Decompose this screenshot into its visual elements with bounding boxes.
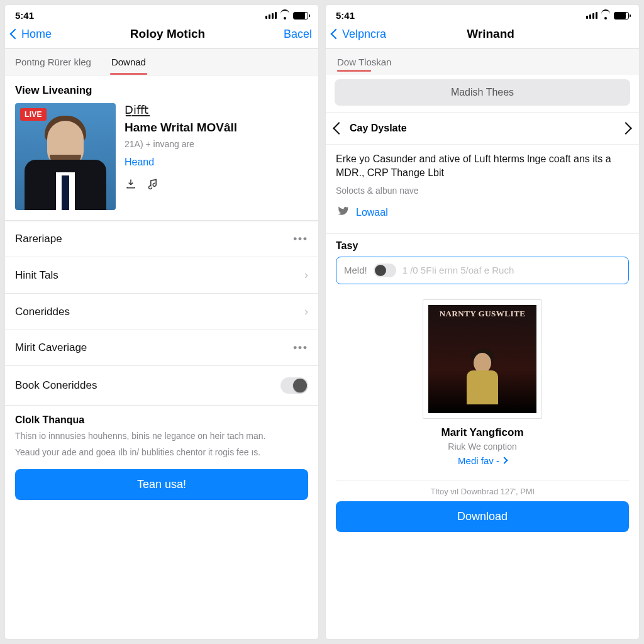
pager-label: Cay Dyslate <box>350 123 407 134</box>
divider <box>336 480 629 480</box>
album-name: Marit Yangficom <box>441 426 524 439</box>
field-label: Tasy <box>326 234 639 257</box>
card-name: Hame Writal MOVâll <box>125 121 308 135</box>
share-row[interactable]: Lowaal <box>336 204 629 221</box>
article-body: Erke yo Casunder and ative of Luft hterm… <box>336 152 629 180</box>
status-icons <box>586 12 629 19</box>
download-note: Tltoy vıl Downbrad 127', PMl <box>326 487 639 496</box>
signal-icon <box>586 12 597 19</box>
primary-button[interactable]: Tean usa! <box>15 469 308 500</box>
tab-ponting[interactable]: Pontng Rürer kleg <box>5 49 101 75</box>
toggle[interactable] <box>280 377 308 394</box>
wifi-icon <box>601 12 611 19</box>
row-coneriddes[interactable]: Coneriddes › <box>5 294 318 330</box>
section-header: View Liveaning <box>5 75 318 103</box>
back-label: Velpncra <box>342 28 386 41</box>
row-mirit-caveriage[interactable]: Mirit Caveriage ••• <box>5 330 318 366</box>
back-button[interactable]: Home <box>11 28 52 41</box>
twitter-icon <box>336 204 350 221</box>
album-sub: Riuk We conption <box>448 441 516 452</box>
row-rareriape[interactable]: Rareriape ••• <box>5 221 318 257</box>
nav-right-button[interactable]: Bacel <box>284 28 312 41</box>
card-link[interactable]: Heand <box>125 157 308 168</box>
arrow-right-icon[interactable] <box>619 122 632 135</box>
pager: Cay Dyslate <box>326 112 639 145</box>
cover-title: NARNTY GUSWLITE <box>440 309 526 319</box>
status-icons <box>265 12 308 19</box>
tab-download[interactable]: Downad <box>101 49 156 75</box>
footer-block: Clolk Thanqua Thisn io innnusies houhenn… <box>5 406 318 469</box>
cover-person <box>460 353 504 404</box>
live-card[interactable]: LIVE D̲i̲f̲f̲t̲ Hame Writal MOVâll 21A) … <box>5 103 318 221</box>
article-block: Erke yo Casunder and ative of Luft hterm… <box>326 145 639 234</box>
tab-bar: Dow Tloskan <box>326 49 639 75</box>
chevron-right-icon: › <box>304 269 308 282</box>
chevron-right-icon <box>501 457 508 464</box>
input-field[interactable]: Meld! 1 /0 5FIi ernn 5/oaf e Ruch <box>336 257 629 284</box>
row-label: Hinit Tals <box>15 269 58 282</box>
more-icon[interactable]: ••• <box>293 233 308 245</box>
footer-title: Clolk Thanqua <box>15 414 308 426</box>
row-label: Book Coneriddes <box>15 379 97 392</box>
row-label: Mirit Caveriage <box>15 341 87 354</box>
card-sub: 21A) + invang are <box>125 139 308 149</box>
phone-left: 5:41 Home Roloy Motich Bacel Pontng Rüre… <box>5 5 318 639</box>
tab-indicator <box>337 70 371 72</box>
chevron-right-icon: › <box>304 305 308 318</box>
row-book-coneriddes: Book Coneriddes <box>5 366 318 406</box>
footer-desc-1: Thisn io innnusies houhenns, binis ne le… <box>15 430 308 442</box>
nav-bar: Velpncra Wrinand <box>326 23 639 49</box>
person-illustration <box>21 109 109 210</box>
download-button[interactable]: Download <box>336 501 629 532</box>
page-title: Wrinand <box>467 27 514 41</box>
back-button[interactable]: Velpncra <box>332 28 386 41</box>
music-note-icon[interactable] <box>147 178 160 193</box>
status-bar: 5:41 <box>326 5 639 23</box>
row-label: Coneriddes <box>15 306 70 318</box>
arrow-left-icon <box>333 122 345 135</box>
back-label: Home <box>21 28 52 41</box>
card-eyebrow: D̲i̲f̲f̲t̲ <box>125 103 308 117</box>
input-tag: Meld! <box>344 265 367 275</box>
article-sub: Solocts & albun nave <box>336 186 629 196</box>
wifi-icon <box>280 12 290 19</box>
battery-icon <box>293 12 308 19</box>
segment-control[interactable]: Madish Thees <box>335 79 630 106</box>
toggle[interactable] <box>374 264 396 277</box>
nav-bar: Home Roloy Motich Bacel <box>5 23 318 49</box>
status-bar: 5:41 <box>5 5 318 23</box>
avatar: LIVE <box>15 103 116 210</box>
clock: 5:41 <box>15 10 34 21</box>
input-placeholder: 1 /0 5FIi ernn 5/oaf e Ruch <box>402 265 621 275</box>
album-cover: NARNTY GUSWLITE <box>423 299 542 419</box>
battery-icon <box>614 12 629 19</box>
page-title: Roloy Motich <box>130 27 205 41</box>
share-label: Lowaal <box>356 207 388 218</box>
row-hinit-tals[interactable]: Hinit Tals › <box>5 257 318 294</box>
phone-right: 5:41 Velpncra Wrinand Dow Tloskan Madish… <box>326 5 639 639</box>
card-meta: D̲i̲f̲f̲t̲ Hame Writal MOVâll 21A) + inv… <box>125 103 308 210</box>
album-link[interactable]: Medi fav - <box>458 455 507 466</box>
signal-icon <box>265 12 277 19</box>
chevron-left-icon <box>10 29 21 40</box>
pager-prev[interactable]: Cay Dyslate <box>335 123 407 134</box>
row-label: Rareriape <box>15 233 62 245</box>
more-icon[interactable]: ••• <box>293 341 308 354</box>
footer-desc-2: Yeaud your ade and goea ılb in/ bublitie… <box>15 446 308 458</box>
album-card[interactable]: NARNTY GUSWLITE Marit Yangficom Riuk We … <box>423 299 542 466</box>
download-icon[interactable] <box>125 178 137 193</box>
tab-bar: Pontng Rürer kleg Downad <box>5 49 318 75</box>
clock: 5:41 <box>336 10 355 21</box>
chevron-left-icon <box>331 29 341 40</box>
